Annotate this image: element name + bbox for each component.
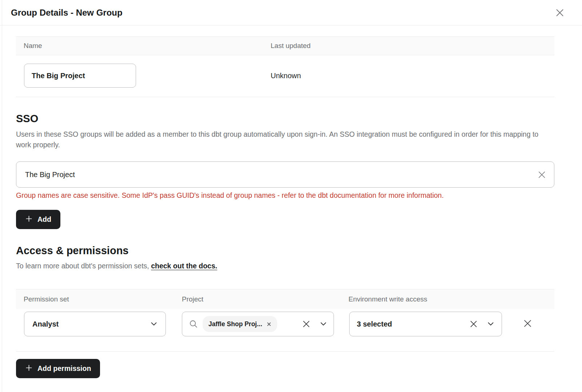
sso-group-input[interactable] — [16, 162, 554, 187]
group-name-input[interactable] — [24, 64, 136, 88]
column-header-last-updated: Last updated — [263, 42, 554, 50]
table-row: Unknown — [16, 55, 554, 97]
permission-set-value: Analyst — [32, 320, 59, 328]
sso-section: SSO Users in these SSO groups will be ad… — [16, 113, 554, 229]
group-name-table-header: Name Last updated — [16, 36, 554, 55]
page-title: Group Details - New Group — [11, 8, 123, 18]
column-header-environment-write-access: Environment write access — [341, 295, 554, 303]
clear-icon[interactable] — [469, 319, 478, 329]
column-header-project: Project — [174, 295, 341, 303]
permission-row: Analyst Jaffle Shop Proj... — [16, 309, 554, 352]
last-updated-value: Unknown — [263, 72, 554, 80]
modal-body: Name Last updated Unknown SSO Users in t… — [0, 36, 582, 378]
sso-warning-text: Group names are case sensitive. Some IdP… — [16, 191, 554, 200]
modal-left-edge — [2, 0, 2, 392]
docs-link[interactable]: check out the docs. — [151, 262, 217, 270]
project-chip-label: Jaffle Shop Proj... — [208, 320, 262, 328]
column-header-name: Name — [16, 42, 263, 50]
project-multiselect[interactable]: Jaffle Shop Proj... — [182, 312, 334, 336]
column-header-permission-set: Permission set — [16, 295, 174, 303]
close-icon[interactable] — [554, 7, 565, 18]
sso-heading: SSO — [16, 113, 554, 125]
remove-permission-row-icon[interactable] — [522, 318, 533, 329]
access-permissions-section: Access & permissions To learn more about… — [16, 245, 554, 378]
permissions-table: Permission set Project Environment write… — [16, 289, 554, 352]
environment-write-access-select[interactable]: 3 selected — [349, 312, 502, 336]
modal-header: Group Details - New Group — [0, 0, 582, 25]
add-button-label: Add — [37, 215, 51, 224]
chevron-down-icon — [151, 322, 157, 326]
permission-set-select[interactable]: Analyst — [24, 312, 166, 336]
clear-icon[interactable] — [302, 319, 311, 329]
plus-icon — [25, 215, 33, 224]
docs-line: To learn more about dbt's permission set… — [16, 262, 554, 270]
sso-description: Users in these SSO groups will be added … — [16, 129, 553, 150]
chip-remove-icon[interactable] — [267, 322, 271, 327]
group-name-table: Name Last updated Unknown — [16, 36, 554, 97]
project-chip[interactable]: Jaffle Shop Proj... — [203, 316, 277, 332]
chevron-down-icon[interactable] — [488, 322, 494, 326]
environment-selected-value: 3 selected — [357, 320, 392, 328]
plus-icon — [25, 364, 33, 373]
access-permissions-heading: Access & permissions — [16, 245, 554, 257]
clear-icon[interactable] — [537, 170, 547, 180]
sso-group-field — [16, 161, 554, 188]
search-icon — [189, 319, 198, 329]
add-permission-button[interactable]: Add permission — [16, 359, 100, 378]
add-permission-button-label: Add permission — [37, 364, 91, 373]
chevron-down-icon[interactable] — [320, 322, 326, 326]
permissions-table-header: Permission set Project Environment write… — [16, 289, 554, 309]
docs-line-text: To learn more about dbt's permission set… — [16, 262, 151, 270]
add-button[interactable]: Add — [16, 210, 60, 229]
